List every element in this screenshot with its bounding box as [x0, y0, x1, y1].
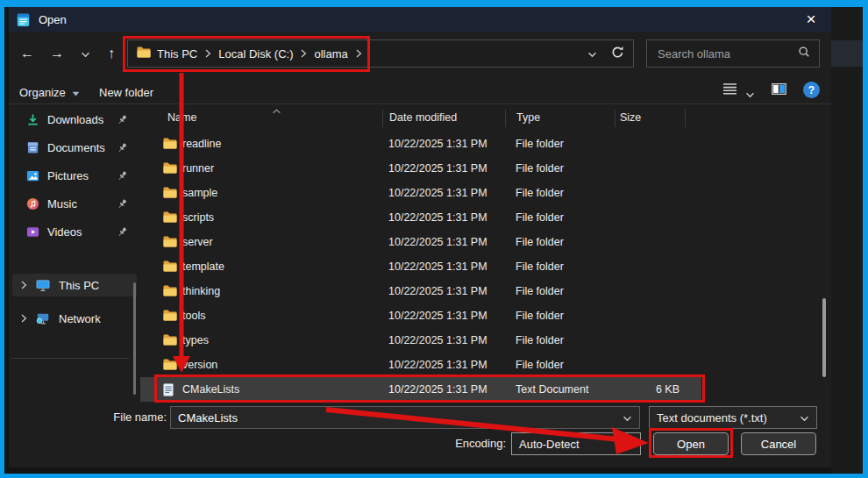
table-row[interactable]: scripts10/22/2025 1:31 PMFile folder: [140, 205, 701, 230]
annotation-frame: [0, 0, 868, 7]
forward-button[interactable]: →: [46, 46, 68, 61]
file-name-combobox: [170, 406, 640, 429]
back-button[interactable]: ←: [16, 46, 39, 61]
address-bar[interactable]: This PCLocal Disk (C:)ollama: [127, 39, 634, 68]
help-button[interactable]: ?: [803, 82, 820, 98]
sidebar-item-documents[interactable]: Documents: [12, 136, 137, 159]
table-row[interactable]: types10/22/2025 1:31 PMFile folder: [140, 328, 701, 353]
breadcrumb-item[interactable]: ollama: [314, 47, 347, 61]
file-date: 10/22/2025 1:31 PM: [388, 334, 487, 346]
pictures-icon: [26, 169, 39, 182]
sidebar-item-pictures[interactable]: Pictures: [12, 164, 137, 187]
file-date: 10/22/2025 1:31 PM: [388, 310, 487, 322]
file-date: 10/22/2025 1:31 PM: [388, 138, 487, 150]
sidebar-item-label: Downloads: [47, 113, 103, 126]
file-date: 10/22/2025 1:31 PM: [388, 260, 487, 273]
view-mode-icon[interactable]: [722, 82, 737, 99]
sidebar-item-label: Music: [47, 197, 77, 210]
sidebar-item-videos[interactable]: Videos: [12, 220, 137, 243]
chevron-down-icon: [72, 86, 80, 99]
file-name-label: File name:: [61, 410, 167, 424]
table-row[interactable]: runner10/22/2025 1:31 PMFile folder: [140, 156, 701, 181]
table-row[interactable]: template10/22/2025 1:31 PMFile folder: [140, 254, 701, 279]
folder-icon: [163, 359, 177, 370]
file-type: File folder: [516, 162, 564, 175]
file-name: scripts: [182, 211, 214, 224]
sidebar-item-downloads[interactable]: Downloads: [12, 108, 137, 131]
annotation-frame: [0, 0, 4, 478]
sidebar-item-label: Videos: [47, 225, 82, 239]
chevron-right-icon[interactable]: [20, 313, 27, 324]
file-date: 10/22/2025 1:31 PM: [388, 211, 487, 224]
table-row[interactable]: tools10/22/2025 1:31 PMFile folder: [140, 303, 701, 328]
file-date: 10/22/2025 1:31 PM: [388, 162, 487, 175]
file-name-input[interactable]: [171, 410, 623, 425]
column-header-size[interactable]: Size: [620, 111, 641, 124]
title-bar: Open: [9, 7, 831, 32]
file-name: tools: [182, 310, 205, 322]
up-button[interactable]: ↑: [100, 46, 123, 61]
file-name: readline: [182, 138, 221, 150]
file-type: File folder: [516, 138, 564, 150]
recent-locations-chevron-icon[interactable]: [74, 46, 96, 61]
file-name: thinking: [182, 285, 220, 297]
list-scrollbar[interactable]: [822, 298, 826, 377]
close-button[interactable]: ×: [794, 7, 828, 32]
folder-icon: [163, 236, 177, 247]
table-row[interactable]: CMakeLists10/22/2025 1:31 PMText Documen…: [140, 377, 701, 402]
annotation-frame: [863, 0, 868, 478]
file-date: 10/22/2025 1:31 PM: [388, 187, 487, 199]
navigation-pane: DownloadsDocumentsPicturesMusicVideos Th…: [9, 105, 140, 402]
folder-icon: [163, 334, 177, 346]
pin-icon: [117, 198, 128, 210]
sidebar-item-this-pc[interactable]: This PC: [12, 274, 137, 296]
file-type: File folder: [516, 285, 564, 297]
chevron-right-icon[interactable]: [204, 48, 211, 59]
view-mode-chevron-icon[interactable]: [745, 86, 755, 102]
sidebar-item-network[interactable]: Network: [12, 307, 137, 330]
search-input[interactable]: [656, 46, 798, 61]
table-row[interactable]: thinking10/22/2025 1:31 PMFile folder: [140, 279, 701, 303]
open-button[interactable]: Open: [653, 432, 729, 455]
chevron-down-icon[interactable]: [623, 410, 632, 425]
encoding-dropdown[interactable]: Auto-Detect: [511, 432, 641, 455]
column-header-date[interactable]: Date modified: [389, 111, 457, 124]
breadcrumb-item[interactable]: This PC: [157, 47, 197, 61]
sidebar-item-music[interactable]: Music: [12, 192, 137, 215]
encoding-value: Auto-Detect: [512, 438, 580, 451]
table-row[interactable]: version10/22/2025 1:31 PMFile folder: [140, 353, 701, 377]
file-name: CMakeLists: [182, 383, 239, 396]
screenshot-canvas: Open × ← → ↑ This PCLocal Disk (C:)ollam…: [0, 0, 868, 478]
chevron-right-icon[interactable]: [300, 48, 307, 59]
organize-menu-button[interactable]: Organize: [19, 83, 80, 101]
sidebar-item-label: This PC: [59, 279, 99, 292]
file-type: File folder: [516, 359, 564, 371]
text-document-icon: [163, 383, 174, 396]
pin-icon: [117, 226, 128, 238]
chevron-down-icon: [800, 410, 809, 425]
file-date: 10/22/2025 1:31 PM: [388, 236, 487, 248]
refresh-icon[interactable]: [611, 46, 624, 62]
column-header-name[interactable]: Name: [167, 111, 196, 124]
file-type-dropdown[interactable]: Text documents (*.txt): [649, 406, 817, 429]
sidebar-scrollbar[interactable]: [133, 282, 136, 395]
background-app-band: [831, 40, 864, 67]
folder-icon: [163, 285, 177, 296]
encoding-label: Encoding:: [401, 437, 506, 450]
chevron-right-icon[interactable]: [355, 48, 362, 59]
preview-pane-icon[interactable]: [772, 82, 786, 98]
table-row[interactable]: server10/22/2025 1:31 PMFile folder: [140, 230, 701, 254]
file-type-value: Text documents (*.txt): [650, 411, 800, 424]
column-header-type[interactable]: Type: [516, 111, 540, 124]
new-folder-button[interactable]: New folder: [99, 83, 153, 101]
chevron-right-icon[interactable]: [20, 280, 27, 290]
pin-icon: [117, 142, 128, 153]
table-row[interactable]: sample10/22/2025 1:31 PMFile folder: [140, 181, 701, 205]
file-type: File folder: [516, 310, 564, 322]
cancel-button[interactable]: Cancel: [741, 432, 816, 455]
file-name: version: [182, 359, 217, 371]
table-row[interactable]: readline10/22/2025 1:31 PMFile folder: [140, 132, 701, 156]
address-dropdown-chevron-icon[interactable]: [587, 46, 597, 61]
breadcrumb-item[interactable]: Local Disk (C:): [218, 47, 293, 61]
file-date: 10/22/2025 1:31 PM: [388, 383, 487, 396]
